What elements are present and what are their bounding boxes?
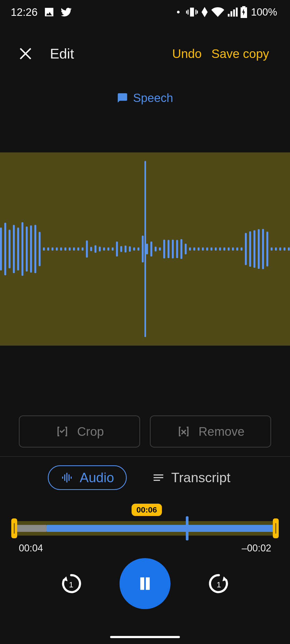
- waveform-bar: [172, 240, 174, 258]
- waveform-bar: [95, 245, 96, 253]
- waveform-bar: [206, 247, 208, 251]
- waveform-bar: [236, 247, 238, 251]
- crop-label: Crop: [77, 424, 104, 439]
- waveform-area[interactable]: [0, 152, 290, 346]
- trim-played: [17, 525, 47, 532]
- waveform-bar: [245, 233, 247, 265]
- tab-transcript-label: Transcript: [171, 470, 230, 485]
- waveform-bar: [202, 247, 204, 251]
- waveform-bar: [253, 230, 255, 268]
- time-elapsed: 00:04: [19, 543, 43, 554]
- waveform-bar: [43, 247, 45, 251]
- waveform-bar: [176, 240, 178, 258]
- waveform-bar: [129, 246, 131, 252]
- waveform-bar: [142, 236, 144, 262]
- trim-handle-right[interactable]: [273, 518, 279, 538]
- waveform-bar: [193, 247, 195, 251]
- waveform-bar: [17, 228, 19, 270]
- forward-button[interactable]: 1: [205, 570, 232, 597]
- waveform-bar: [56, 247, 58, 251]
- time-labels: 00:04 –00:02: [19, 543, 271, 554]
- waveform-bar: [137, 247, 139, 251]
- waveform-bar: [77, 247, 79, 251]
- waveform-bar: [288, 247, 290, 251]
- waveform-bar: [9, 230, 10, 268]
- waveform-bar: [69, 247, 71, 251]
- navigation-handle[interactable]: [110, 636, 180, 638]
- waveform-bar: [4, 223, 6, 275]
- pause-icon: [136, 574, 154, 593]
- waveform-bar: [26, 226, 28, 272]
- header: Edit Undo Save copy: [0, 38, 290, 70]
- waveform-bar: [60, 247, 62, 251]
- tab-transcript[interactable]: Transcript: [140, 466, 242, 489]
- speech-chip[interactable]: Speech: [0, 91, 290, 105]
- status-time: 12:26: [11, 6, 38, 18]
- waveform-bar: [73, 247, 75, 251]
- divider: [0, 456, 290, 457]
- time-remaining: –00:02: [242, 543, 271, 554]
- data-saver-icon: [201, 7, 209, 17]
- trim-timeline[interactable]: [11, 516, 279, 540]
- waveform-bar: [125, 246, 126, 253]
- notification-dot: [177, 11, 180, 13]
- waveform-bar: [271, 247, 273, 251]
- waveform-bar: [90, 247, 92, 251]
- waveform-bar: [163, 240, 165, 258]
- waveform-bar: [0, 228, 2, 270]
- waveform-bar: [168, 240, 169, 258]
- waveform-bar: [116, 241, 118, 257]
- rewind-button[interactable]: 1: [58, 570, 85, 597]
- battery-charging-icon: [240, 6, 247, 18]
- view-tabs: Audio Transcript: [0, 465, 290, 490]
- waveform-bar: [185, 244, 187, 254]
- waveform-bar: [215, 247, 217, 251]
- svg-text:1: 1: [69, 580, 73, 589]
- tab-audio-label: Audio: [80, 470, 114, 485]
- waveform-bar: [223, 247, 225, 251]
- waveform-bar: [211, 247, 212, 251]
- undo-button[interactable]: Undo: [167, 44, 206, 64]
- waveform-bar: [112, 247, 114, 251]
- close-icon: [18, 46, 33, 61]
- timeline-playhead[interactable]: [186, 516, 189, 540]
- waveform-bar: [266, 232, 268, 266]
- waveform-bar: [159, 247, 161, 251]
- waveform-bar: [258, 229, 260, 269]
- waveform-icon: [60, 471, 73, 484]
- waveform-bar: [30, 225, 32, 273]
- status-bar: 12:26 100%: [0, 0, 290, 24]
- waveform-bar: [64, 247, 66, 251]
- wifi-icon: [211, 6, 224, 19]
- remove-button[interactable]: Remove: [150, 415, 271, 448]
- waveform-bar: [47, 247, 49, 251]
- waveform-bar: [39, 232, 41, 266]
- trim-handle-left[interactable]: [11, 518, 17, 538]
- close-button[interactable]: [16, 44, 35, 63]
- crop-button[interactable]: Crop: [19, 415, 140, 448]
- waveform-bar: [262, 229, 264, 269]
- trim-selection: [47, 525, 273, 532]
- remove-icon: [176, 424, 191, 439]
- waveform-bar: [146, 244, 148, 254]
- waveform-bar: [241, 247, 242, 251]
- playback-controls: 1 1: [0, 558, 290, 609]
- waveform-bar: [150, 241, 152, 257]
- playhead[interactable]: [144, 161, 146, 337]
- signal-icon: [227, 7, 238, 17]
- time-tooltip: 00:06: [132, 504, 162, 516]
- vibrate-icon: [186, 6, 198, 18]
- pause-button[interactable]: [119, 558, 171, 609]
- remove-label: Remove: [198, 424, 244, 439]
- waveform-bar: [34, 225, 36, 273]
- waveform-bar: [120, 246, 122, 252]
- speech-bubble-icon: [117, 92, 128, 104]
- svg-text:1: 1: [217, 580, 221, 589]
- waveform-bar: [180, 239, 182, 259]
- waveform-bar: [275, 247, 277, 251]
- tab-audio[interactable]: Audio: [48, 465, 127, 490]
- save-copy-button[interactable]: Save copy: [206, 44, 274, 64]
- waveform-bar: [198, 247, 200, 251]
- waveform-bar: [232, 247, 234, 251]
- rewind-icon: 1: [59, 572, 83, 596]
